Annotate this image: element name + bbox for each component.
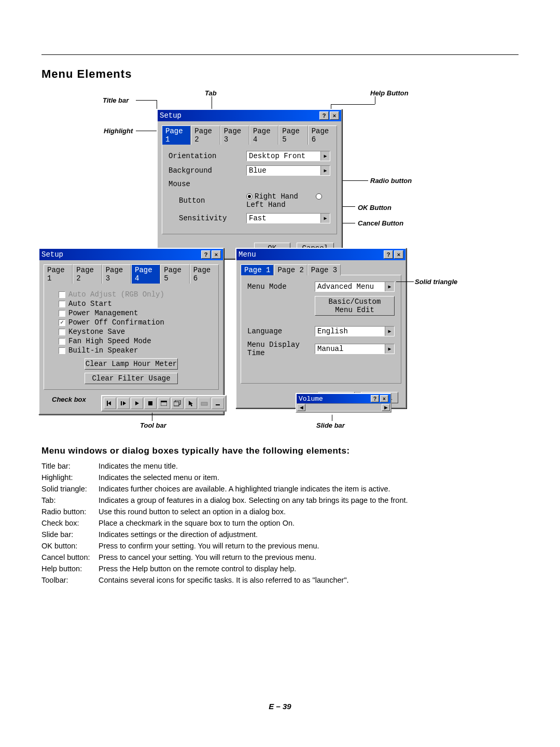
stop-icon[interactable] (144, 398, 157, 409)
basic-custom-button[interactable]: Basic/Custom Menu Edit (315, 296, 395, 316)
annot-highlight: Highlight (104, 127, 133, 135)
tab-page6[interactable]: Page 6 (190, 264, 219, 284)
triangle-right-icon[interactable]: ▶ (320, 166, 330, 175)
eraser-icon[interactable] (198, 398, 211, 409)
def-term: Help button: (41, 563, 99, 574)
tab-row: Page 1 Page 2 Page 3 Page 4 Page 5 Page … (44, 264, 219, 284)
tab-page1[interactable]: Page 1 (162, 125, 191, 145)
tab-page3[interactable]: Page 3 (307, 264, 341, 275)
language-combo[interactable]: English▶ (315, 326, 395, 336)
sensitivity-combo[interactable]: Fast▶ (246, 213, 330, 223)
def-desc: Use this round button to select an optio… (99, 506, 408, 517)
annot-tab: Tab (205, 89, 217, 97)
checkbox[interactable] (59, 319, 65, 326)
background-combo[interactable]: Blue▶ (246, 165, 330, 176)
radio-left-hand[interactable] (316, 193, 322, 200)
svg-marker-4 (135, 401, 139, 405)
checkbox[interactable] (59, 310, 65, 317)
help-icon[interactable]: ? (201, 250, 211, 259)
arrow-right-icon[interactable]: ▶ (382, 404, 390, 411)
tab-page4[interactable]: Page 4 (131, 264, 160, 284)
annot-title-bar: Title bar (103, 96, 129, 104)
display-time-label: Menu Display Time (247, 341, 315, 357)
window-icon[interactable] (158, 398, 170, 409)
def-desc: Press to confirm your setting. You will … (99, 540, 408, 552)
leader-line (136, 100, 157, 101)
mouse-label: Mouse (169, 180, 246, 188)
def-term: Slide bar: (41, 529, 99, 540)
tab-page3[interactable]: Page 3 (102, 264, 131, 284)
tab-page1[interactable]: Page 1 (241, 264, 274, 275)
arrow-left-icon[interactable]: ◀ (297, 404, 305, 411)
title-bar: Volume ? × (297, 394, 390, 403)
checkbox[interactable] (59, 301, 65, 307)
tab-page1[interactable]: Page 1 (44, 264, 73, 284)
tab-page6[interactable]: Page 6 (308, 125, 337, 145)
tab-row: Page 1 Page 2 Page 3 Page 4 Page 5 Page … (162, 125, 337, 145)
close-icon[interactable]: × (330, 111, 339, 120)
setup-dialog-page4: Setup ? × Page 1 Page 2 Page 3 Page 4 Pa… (38, 248, 224, 415)
annot-cancel-button: Cancel Button (358, 219, 403, 227)
leader-line (375, 96, 375, 104)
menu-mode-combo[interactable]: Advanced Menu▶ (315, 281, 395, 292)
checkbox[interactable] (59, 329, 65, 335)
play-pause-icon[interactable] (117, 398, 130, 409)
clear-lamp-button[interactable]: Clear Lamp Hour Meter (85, 358, 178, 370)
tab-page2[interactable]: Page 2 (274, 264, 307, 275)
checkbox[interactable] (59, 338, 65, 345)
volume-slidebar: Volume ? × ◀ ▶ (296, 393, 391, 413)
radio-right-hand[interactable] (246, 193, 253, 200)
help-icon[interactable]: ? (371, 395, 379, 402)
leader-line (396, 281, 414, 282)
leader-line (341, 180, 368, 181)
tab-page4[interactable]: Page 4 (249, 125, 278, 145)
triangle-right-icon[interactable]: ▶ (385, 282, 394, 291)
clear-filter-button[interactable]: Clear Filter Usage (85, 373, 178, 384)
svg-marker-0 (108, 401, 111, 405)
svg-rect-9 (174, 402, 179, 406)
tab-page2[interactable]: Page 2 (73, 264, 102, 284)
def-desc: Press to cancel your setting. You will r… (99, 552, 408, 563)
close-icon[interactable]: × (380, 395, 388, 402)
def-desc: Indicates a group of features in a dialo… (99, 495, 408, 506)
play-icon[interactable] (131, 398, 143, 409)
annot-slide-bar: Slide bar (316, 421, 345, 429)
checkbox[interactable] (59, 347, 65, 354)
svg-rect-2 (121, 401, 122, 405)
tab-page2[interactable]: Page 2 (191, 125, 220, 145)
triangle-right-icon[interactable]: ▶ (320, 214, 330, 223)
volume-title: Volume (299, 395, 323, 403)
help-icon[interactable]: ? (384, 250, 393, 259)
close-icon[interactable]: × (394, 250, 403, 259)
menu-mode-label: Menu Mode (247, 283, 315, 291)
tab-page5[interactable]: Page 5 (278, 125, 307, 145)
checkbox[interactable] (59, 291, 65, 298)
background-label: Background (169, 166, 246, 175)
def-desc: Indicates the menu title. (99, 460, 408, 472)
svg-rect-12 (216, 404, 220, 405)
triangle-right-icon[interactable]: ▶ (320, 151, 330, 161)
tab-page5[interactable]: Page 5 (160, 264, 189, 284)
slider-track[interactable]: ◀ ▶ (297, 403, 390, 412)
display-time-combo[interactable]: Manual▶ (315, 344, 395, 354)
checkbox-list: Auto Adjust (RGB Only) Auto Start Power … (59, 290, 204, 355)
triangle-right-icon[interactable]: ▶ (385, 344, 394, 354)
triangle-right-icon[interactable]: ▶ (385, 327, 394, 336)
close-icon[interactable]: × (212, 250, 221, 259)
dialog-title: Setup (41, 250, 63, 259)
def-term: OK button: (41, 540, 99, 552)
prev-icon[interactable] (104, 398, 116, 409)
def-desc: Press the Help button on the remote cont… (99, 563, 408, 574)
annot-help-button: Help Button (370, 89, 409, 97)
pointer-icon[interactable] (185, 398, 197, 409)
annot-ok-button: OK Button (358, 204, 391, 212)
windows-icon[interactable] (171, 398, 184, 409)
help-icon[interactable]: ? (319, 111, 329, 120)
svg-rect-7 (161, 401, 167, 402)
orientation-combo[interactable]: Desktop Front▶ (246, 151, 330, 161)
tab-page3[interactable]: Page 3 (220, 125, 249, 145)
def-desc: Place a checkmark in the square box to t… (99, 517, 408, 529)
def-term: Cancel button: (41, 552, 99, 563)
minimize-icon[interactable] (212, 398, 224, 409)
annot-radio-button: Radio button (370, 177, 412, 185)
